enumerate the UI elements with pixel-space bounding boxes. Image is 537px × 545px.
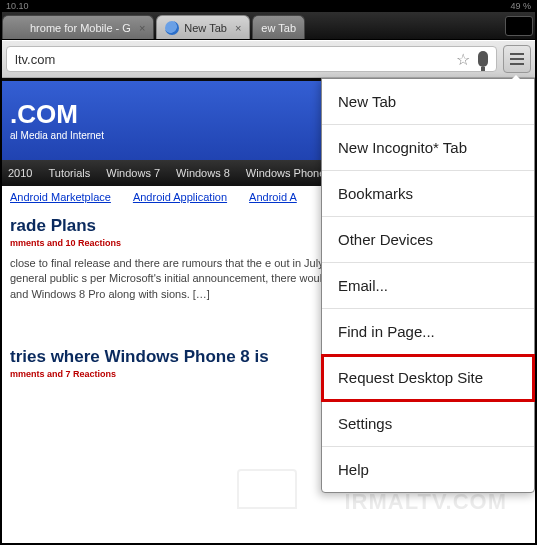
globe-icon xyxy=(165,21,179,35)
nav-item[interactable]: Windows Phone xyxy=(246,167,326,179)
overflow-menu: New Tab New Incognito* Tab Bookmarks Oth… xyxy=(321,78,535,493)
menu-item-find-in-page[interactable]: Find in Page... xyxy=(322,309,534,355)
tab-0[interactable]: hrome for Mobile - G × xyxy=(2,15,154,39)
tab-label: hrome for Mobile - G xyxy=(30,22,131,34)
status-battery: 49 % xyxy=(510,1,531,11)
nav-item[interactable]: 2010 xyxy=(8,167,32,179)
voice-search-icon[interactable] xyxy=(478,51,488,67)
menu-item-bookmarks[interactable]: Bookmarks xyxy=(322,171,534,217)
menu-item-new-incognito-tab[interactable]: New Incognito* Tab xyxy=(322,125,534,171)
menu-item-request-desktop-site[interactable]: Request Desktop Site xyxy=(322,355,534,401)
bookmark-star-icon[interactable]: ☆ xyxy=(456,50,470,69)
favicon-page-icon xyxy=(11,21,25,35)
watermark-laptop-icon xyxy=(237,469,297,509)
tab-label: ew Tab xyxy=(261,22,296,34)
subnav-link[interactable]: Android Application xyxy=(133,191,227,203)
tab-2[interactable]: ew Tab xyxy=(252,15,305,39)
menu-item-help[interactable]: Help xyxy=(322,447,534,492)
tab-strip: hrome for Mobile - G × New Tab × ew Tab xyxy=(0,12,537,40)
menu-item-email[interactable]: Email... xyxy=(322,263,534,309)
close-icon[interactable]: × xyxy=(139,22,145,34)
subnav-link[interactable]: Android A xyxy=(249,191,297,203)
tab-label: New Tab xyxy=(184,22,227,34)
menu-item-new-tab[interactable]: New Tab xyxy=(322,79,534,125)
tab-1[interactable]: New Tab × xyxy=(156,15,250,39)
nav-item[interactable]: Windows 7 xyxy=(106,167,160,179)
url-input[interactable]: ltv.com ☆ xyxy=(6,46,497,72)
window-switcher-button[interactable] xyxy=(505,16,533,36)
menu-item-other-devices[interactable]: Other Devices xyxy=(322,217,534,263)
url-text: ltv.com xyxy=(15,52,55,67)
toolbar: ltv.com ☆ xyxy=(0,40,537,78)
nav-item[interactable]: Tutorials xyxy=(48,167,90,179)
nav-item[interactable]: Windows 8 xyxy=(176,167,230,179)
status-time: 10.10 xyxy=(6,1,29,11)
close-icon[interactable]: × xyxy=(235,22,241,34)
subnav-link[interactable]: Android Marketplace xyxy=(10,191,111,203)
menu-item-settings[interactable]: Settings xyxy=(322,401,534,447)
status-bar: 10.10 49 % xyxy=(0,0,537,12)
